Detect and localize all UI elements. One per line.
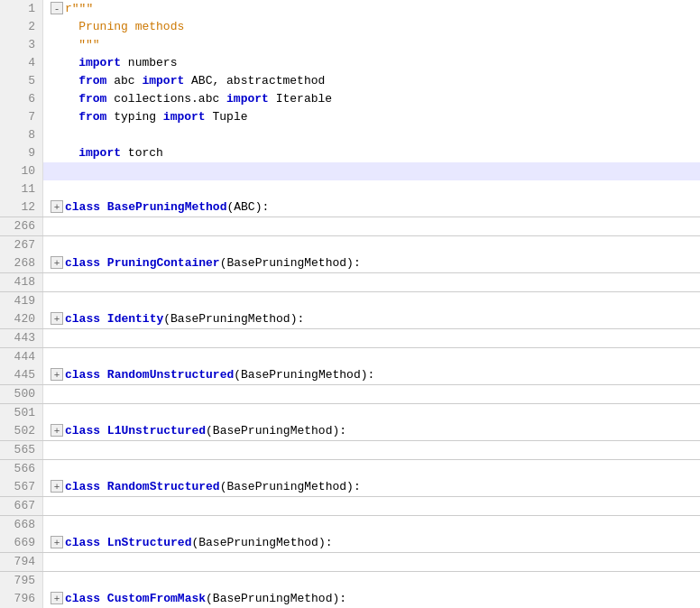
line-number-4: 4 [0,54,43,72]
collapse-icon-268[interactable]: + [51,256,63,269]
line-number-10: 10 [0,162,43,180]
line-content-10 [43,162,700,180]
line-number-796: 796 [0,590,43,608]
collapse-icon-420[interactable]: + [51,312,63,325]
line-number-9: 9 [0,144,43,162]
line-number-418: 418 [0,273,43,291]
line-number-5: 5 [0,72,43,90]
code-line-10: 10 [0,162,700,180]
line-content-420: +class Identity(BasePruningMethod): [43,310,700,328]
line-number-3: 3 [0,36,43,54]
line-content-501 [43,404,700,422]
line-content-1: -r""" [43,0,700,18]
line-content-12: +class BasePruningMethod(ABC): [43,198,700,216]
code-line-567: 567 +class RandomStructured(BasePruningM… [0,478,700,497]
line-number-794: 794 [0,553,43,571]
code-line-667: 667 [0,497,700,516]
line-number-445: 445 [0,366,43,384]
line-content-5: from abc import ABC, abstractmethod [43,72,700,90]
code-line-6: 6 from collections.abc import Iterable [0,90,700,108]
collapse-icon-502[interactable]: + [51,424,63,437]
line-content-267 [43,236,700,254]
collapse-icon-12[interactable]: + [51,200,63,213]
line-content-796: +class CustomFromMask(BasePruningMethod)… [43,590,700,608]
line-content-418 [43,273,700,291]
line-content-502: +class L1Unstructured(BasePruningMethod)… [43,422,700,440]
code-line-669: 669 +class LnStructured(BasePruningMetho… [0,534,700,553]
line-number-502: 502 [0,422,43,440]
line-number-565: 565 [0,441,43,459]
line-number-667: 667 [0,497,43,515]
collapse-icon-445[interactable]: + [51,368,63,381]
line-content-500 [43,385,700,403]
line-content-7: from typing import Tuple [43,108,700,126]
line-number-443: 443 [0,329,43,347]
line-number-500: 500 [0,385,43,403]
line-content-669: +class LnStructured(BasePruningMethod): [43,534,700,552]
code-line-419: 419 [0,292,700,310]
code-line-2: 2 Pruning methods [0,18,700,36]
code-line-4: 4 import numbers [0,54,700,72]
line-content-444 [43,348,700,366]
line-content-566 [43,460,700,478]
code-line-445: 445 +class RandomUnstructured(BasePrunin… [0,366,700,385]
code-line-1: 1 -r""" [0,0,700,18]
line-content-8 [43,126,700,144]
code-line-420: 420 +class Identity(BasePruningMethod): [0,310,700,329]
code-line-444: 444 [0,348,700,366]
line-content-795 [43,572,700,590]
line-number-567: 567 [0,478,43,496]
line-content-3: """ [43,36,700,54]
collapse-icon-669[interactable]: + [51,536,63,548]
line-content-11 [43,180,700,198]
code-line-7: 7 from typing import Tuple [0,108,700,126]
code-line-8: 8 [0,126,700,144]
line-number-501: 501 [0,404,43,422]
collapse-icon-796[interactable]: + [51,592,63,604]
code-line-500: 500 [0,385,700,404]
code-line-566: 566 [0,460,700,478]
code-line-5: 5 from abc import ABC, abstractmethod [0,72,700,90]
line-content-4: import numbers [43,54,700,72]
line-content-567: +class RandomStructured(BasePruningMetho… [43,478,700,496]
code-line-565: 565 [0,441,700,460]
code-line-796: 796 +class CustomFromMask(BasePruningMet… [0,590,700,608]
code-editor: 1 -r""" 2 Pruning methods 3 """ 4 import… [0,0,700,608]
line-content-565 [43,441,700,459]
line-content-667 [43,497,700,515]
collapse-icon-567[interactable]: + [51,480,63,493]
line-content-9: import torch [43,144,700,162]
line-number-668: 668 [0,516,43,534]
line-number-266: 266 [0,217,43,235]
line-content-419 [43,292,700,310]
code-line-266: 266 [0,217,700,236]
collapse-icon-1[interactable]: - [51,2,63,14]
line-number-566: 566 [0,460,43,478]
line-number-7: 7 [0,108,43,126]
line-number-795: 795 [0,572,43,590]
code-line-11: 11 [0,180,700,198]
line-content-2: Pruning methods [43,18,700,36]
line-content-668 [43,516,700,534]
line-number-2: 2 [0,18,43,36]
code-line-501: 501 [0,404,700,422]
code-line-3: 3 """ [0,36,700,54]
code-line-418: 418 [0,273,700,292]
line-number-6: 6 [0,90,43,108]
line-content-794 [43,553,700,571]
line-content-266 [43,217,700,235]
line-number-12: 12 [0,198,43,216]
line-number-419: 419 [0,292,43,310]
code-line-794: 794 [0,553,700,572]
line-number-268: 268 [0,254,43,272]
line-content-443 [43,329,700,347]
code-line-502: 502 +class L1Unstructured(BasePruningMet… [0,422,700,441]
code-line-443: 443 [0,329,700,348]
line-number-669: 669 [0,534,43,552]
line-content-445: +class RandomUnstructured(BasePruningMet… [43,366,700,384]
line-number-8: 8 [0,126,43,144]
line-content-268: +class PruningContainer(BasePruningMetho… [43,254,700,272]
code-line-668: 668 [0,516,700,534]
code-line-267: 267 [0,236,700,254]
line-number-420: 420 [0,310,43,328]
